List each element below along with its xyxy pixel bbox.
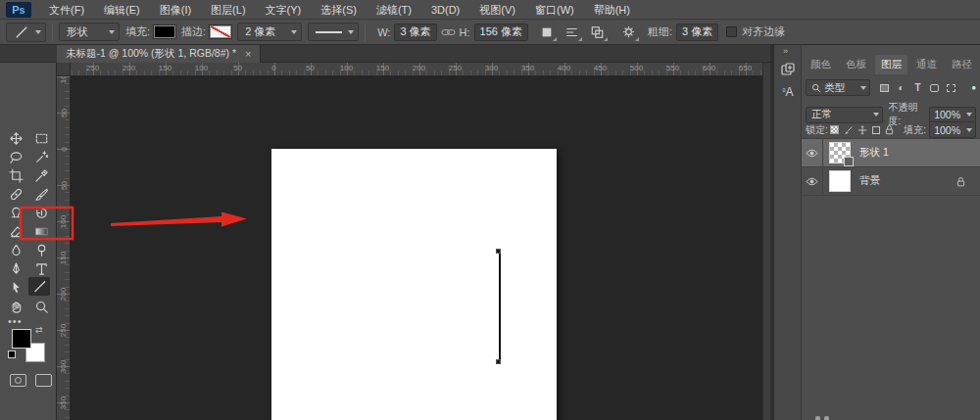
character-panel-icon[interactable]: ₒA xyxy=(779,84,797,102)
lock-position-icon[interactable] xyxy=(856,122,869,137)
menu-item[interactable]: 文件(F) xyxy=(39,0,94,20)
layer-name[interactable]: 背景 xyxy=(859,174,880,188)
blur-tool[interactable] xyxy=(5,241,26,259)
zoom-tool[interactable] xyxy=(30,298,52,316)
layer-name[interactable]: 形状 1 xyxy=(859,146,889,160)
visibility-toggle[interactable] xyxy=(802,139,823,167)
edit-toolbar-ellipsis[interactable]: ••• xyxy=(8,315,23,327)
layer-row-shape1[interactable]: 形状 1 xyxy=(802,139,980,167)
shape-settings-button[interactable] xyxy=(618,23,640,42)
fill-field[interactable]: 100% xyxy=(929,121,976,138)
solid-line-style-icon xyxy=(316,31,342,33)
path-selection-tool[interactable] xyxy=(5,278,26,297)
swap-colors-icon[interactable]: ⇄ xyxy=(35,325,43,335)
menu-item[interactable]: 窗口(W) xyxy=(525,0,584,20)
history-brush-tool[interactable] xyxy=(30,204,52,222)
spot-healing-brush-tool[interactable] xyxy=(5,185,26,204)
tab-channels[interactable]: 通道 xyxy=(910,55,943,74)
weight-label: 粗细: xyxy=(648,24,672,39)
line-anchor-bottom[interactable] xyxy=(496,359,501,364)
tab-swatches[interactable]: 色板 xyxy=(840,55,872,74)
blend-mode-select[interactable]: 正常 xyxy=(806,107,883,123)
tool-mode-select[interactable]: 形状 xyxy=(59,23,120,41)
layer-thumbnail[interactable] xyxy=(829,170,851,192)
visibility-toggle[interactable] xyxy=(802,167,823,196)
marquee-tool[interactable] xyxy=(30,129,52,148)
filter-pixel-layers-icon[interactable] xyxy=(876,80,893,95)
layer-row-background[interactable]: 背景 xyxy=(802,167,980,196)
path-operations-button[interactable] xyxy=(536,23,558,42)
lasso-tool[interactable] xyxy=(5,148,26,166)
hand-tool[interactable] xyxy=(5,298,26,316)
document-canvas[interactable] xyxy=(271,149,557,420)
tab-color[interactable]: 颜色 xyxy=(805,55,837,74)
fill-color-swatch[interactable] xyxy=(154,25,175,38)
lock-image-pixels-icon[interactable] xyxy=(842,122,856,137)
vertical-line-shape[interactable] xyxy=(499,252,501,362)
menu-item[interactable]: 图层(L) xyxy=(201,0,255,20)
stroke-label: 描边: xyxy=(181,24,206,39)
close-icon[interactable]: × xyxy=(245,48,251,60)
stroke-color-swatch[interactable] xyxy=(210,25,231,38)
lock-artboard-icon[interactable] xyxy=(869,122,883,137)
path-arrangement-button[interactable] xyxy=(587,23,609,42)
libraries-panel-icon[interactable] xyxy=(779,61,797,78)
opacity-field[interactable]: 100% xyxy=(929,107,976,123)
default-colors-icon[interactable] xyxy=(8,350,16,358)
crop-tool[interactable] xyxy=(5,166,26,185)
screen-mode-button[interactable] xyxy=(35,374,52,387)
layer-thumbnail[interactable] xyxy=(829,142,851,163)
shape-width-field[interactable]: 3 像素 xyxy=(394,23,436,41)
menu-item[interactable]: 帮助(H) xyxy=(584,0,640,20)
pen-tool[interactable] xyxy=(5,259,26,278)
eye-icon xyxy=(806,149,818,158)
lock-transparent-pixels-icon[interactable] xyxy=(828,122,842,137)
foreground-color-swatch[interactable] xyxy=(12,329,31,349)
line-tool-selected[interactable] xyxy=(28,277,50,296)
path-alignment-button[interactable] xyxy=(562,23,583,42)
tab-paths[interactable]: 路径 xyxy=(946,55,978,74)
ruler-label: 250 xyxy=(437,64,473,72)
gradient-tool[interactable] xyxy=(30,222,52,241)
photoshop-logo[interactable]: Ps xyxy=(6,2,31,18)
align-edges-checkbox[interactable] xyxy=(726,26,737,37)
stroke-style-select[interactable] xyxy=(308,23,359,41)
menu-item[interactable]: 编辑(E) xyxy=(94,0,150,20)
ruler-label: 550 xyxy=(655,64,691,72)
clone-stamp-tool[interactable] xyxy=(5,204,26,222)
quick-mask-button[interactable] xyxy=(10,374,26,387)
eraser-tool[interactable] xyxy=(5,222,26,241)
menu-item[interactable]: 滤镜(T) xyxy=(367,0,421,20)
tool-preset-button[interactable] xyxy=(6,23,46,42)
menu-item[interactable]: 选择(S) xyxy=(311,0,367,20)
stroke-width-select[interactable]: 2 像素 xyxy=(237,23,302,41)
menu-item[interactable]: 3D(D) xyxy=(421,0,469,20)
filter-toggle-icon[interactable]: ● xyxy=(971,83,976,92)
scrollbar-track[interactable] xyxy=(762,63,770,420)
type-tool[interactable] xyxy=(30,259,52,278)
menu-item[interactable]: 视图(V) xyxy=(469,0,525,20)
filter-smart-objects-icon[interactable] xyxy=(943,80,959,95)
eyedropper-tool[interactable] xyxy=(30,166,52,185)
dodge-tool[interactable] xyxy=(30,241,52,259)
menu-item[interactable]: 图像(I) xyxy=(150,0,201,20)
filter-shape-layers-icon[interactable] xyxy=(926,80,943,95)
document-tab[interactable]: 未标题-1 @ 100% (形状 1, RGB/8#) * × xyxy=(57,45,261,63)
move-tool[interactable] xyxy=(5,129,26,148)
shape-height-field[interactable]: 156 像素 xyxy=(474,23,528,41)
collapse-panels-button[interactable]: » xyxy=(783,46,788,56)
ruler-label: 250 xyxy=(74,64,111,72)
menu-item[interactable]: 文字(Y) xyxy=(256,0,312,20)
filter-type-layers-icon[interactable]: T xyxy=(909,80,926,95)
filter-adjustment-layers-icon[interactable]: ◐ xyxy=(893,80,909,95)
layer-filter-select[interactable]: 类型 xyxy=(806,79,870,96)
line-weight-field[interactable]: 3 像素 xyxy=(676,23,718,41)
tab-layers[interactable]: 图层 xyxy=(875,55,907,74)
canvas-area[interactable] xyxy=(71,76,762,420)
link-dimensions-icon[interactable] xyxy=(441,26,456,38)
line-anchor-top[interactable] xyxy=(496,249,501,254)
ruler-label: 350 xyxy=(57,385,71,420)
lock-all-icon[interactable] xyxy=(883,122,897,137)
brush-tool[interactable] xyxy=(30,185,52,204)
quick-selection-tool[interactable] xyxy=(30,148,52,166)
